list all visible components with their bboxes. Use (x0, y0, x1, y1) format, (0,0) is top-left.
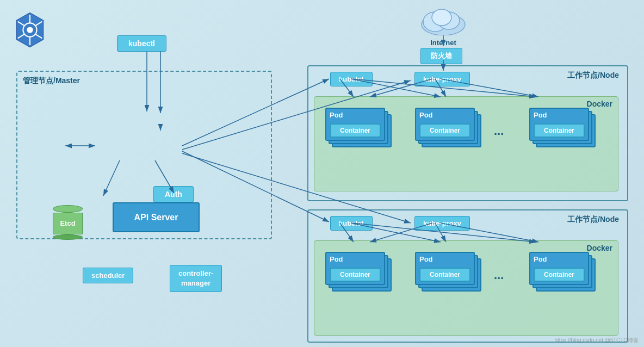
pod-outer-1-1: Pod Container (325, 108, 385, 141)
k8s-logo (11, 11, 49, 49)
pod-group-1-3: Pod Container (529, 108, 589, 141)
scheduler-box: scheduler (83, 268, 133, 283)
pod-label-1-1: Pod (326, 109, 384, 121)
container-card-2-1: Container (330, 268, 381, 282)
docker-label-2: Docker (587, 244, 612, 252)
pod-label-2-2: Pod (416, 253, 474, 265)
worker-node-1-label: 工作节点/Node (567, 71, 619, 80)
container-card-2-2: Container (419, 268, 470, 282)
api-server-box: API Server (113, 202, 200, 232)
internet-label: Internet (419, 39, 468, 47)
etcd-top (53, 205, 83, 213)
worker-node-2-label: 工作节点/Node (567, 215, 619, 225)
svg-point-8 (27, 27, 33, 33)
pod-outer-1-3: Pod Container (529, 108, 589, 141)
container-card-1-1: Container (330, 123, 381, 138)
kubelet-1: kubelet (330, 72, 373, 86)
pod-group-1-1: Pod Container (325, 108, 385, 141)
firewall-box: 防火墙 (420, 48, 462, 64)
pod-outer-2-1: Pod Container (325, 252, 385, 285)
watermark: https://blog.csdn.net @51CTO博客 (555, 337, 639, 344)
etcd-box: Etcd (53, 205, 83, 240)
dots-2: ... (494, 268, 504, 282)
docker-area-2: Docker Pod Container Po (314, 240, 618, 336)
worker-node-2: 工作节点/Node kubelet kube-proxy Docker Pod … (307, 209, 628, 343)
svg-point-12 (432, 9, 451, 26)
master-node: 管理节点/Master API Server Auth Etcd schedul… (16, 71, 272, 239)
docker-label-1: Docker (587, 100, 612, 108)
pod-group-1-2: Pod Container (415, 108, 475, 141)
etcd-cylinder: Etcd (53, 205, 83, 240)
pod-outer-1-2: Pod Container (415, 108, 475, 141)
etcd-bottom (53, 234, 83, 240)
pod-outer-2-3: Pod Container (529, 252, 589, 285)
master-label: 管理节点/Master (23, 76, 80, 86)
pod-label-2-3: Pod (530, 253, 588, 265)
kubelet-2: kubelet (330, 216, 373, 231)
internet-cloud: Internet (419, 5, 468, 47)
kube-proxy-1: kube-proxy (414, 72, 470, 86)
main-container: Internet 防火墙 管理节点/Master API Server Auth… (0, 0, 644, 347)
pod-group-2-2: Pod Container (415, 252, 475, 285)
pod-group-2-3: Pod Container (529, 252, 589, 285)
pod-card-1-1: Pod Container (325, 108, 385, 141)
auth-box: Auth (153, 186, 194, 202)
docker-area-1: Docker Pod Container Po (314, 96, 618, 191)
pod-label-2-1: Pod (326, 253, 384, 265)
pod-card-2-3: Pod Container (529, 252, 589, 285)
dots-1: ... (494, 124, 504, 138)
controller-manager-box: controller- manager (170, 265, 222, 292)
etcd-body: Etcd (53, 213, 83, 234)
container-card-2-3: Container (534, 268, 585, 282)
pod-label-1-2: Pod (416, 109, 474, 121)
pod-label-1-3: Pod (530, 109, 588, 121)
container-card-1-2: Container (419, 123, 470, 138)
pod-card-1-2: Pod Container (415, 108, 475, 141)
kubectl-box: kubectl (117, 35, 166, 52)
container-card-1-3: Container (534, 123, 585, 138)
kube-proxy-2: kube-proxy (414, 216, 470, 231)
pod-card-1-3: Pod Container (529, 108, 589, 141)
pod-group-2-1: Pod Container (325, 252, 385, 285)
pod-card-2-1: Pod Container (325, 252, 385, 285)
pod-card-2-2: Pod Container (415, 252, 475, 285)
pod-outer-2-2: Pod Container (415, 252, 475, 285)
worker-node-1: 工作节点/Node kubelet kube-proxy Docker Pod … (307, 65, 628, 201)
